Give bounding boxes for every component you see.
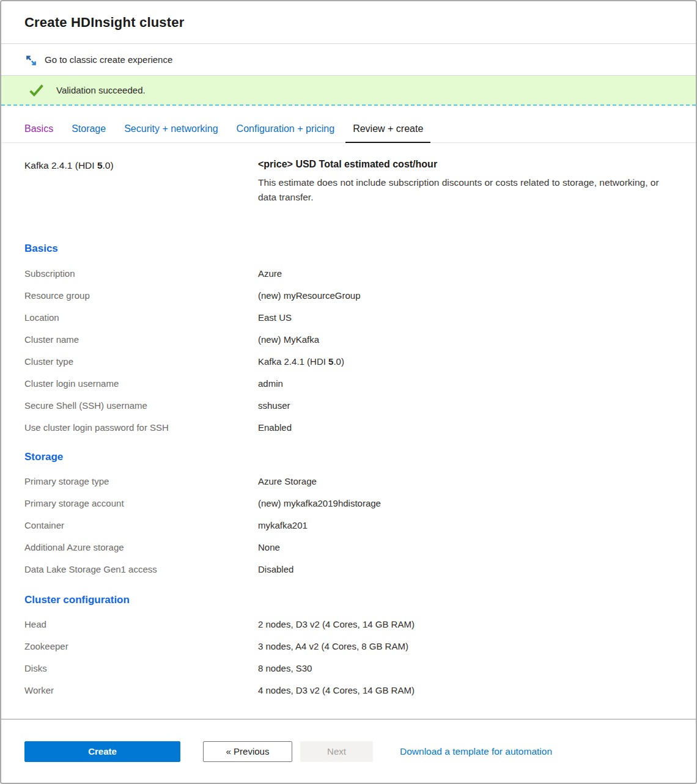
row-label: Resource group xyxy=(24,290,258,301)
create-button[interactable]: Create xyxy=(24,741,180,762)
validation-banner: Validation succeeded. xyxy=(1,76,696,106)
tab-security-networking[interactable]: Security + networking xyxy=(124,123,218,142)
row-label: Container xyxy=(24,520,258,530)
page-title: Create HDInsight cluster xyxy=(24,15,185,31)
row-value: Enabled xyxy=(258,422,673,433)
row-label: Subscription xyxy=(24,268,258,279)
table-row: Additional Azure storage None xyxy=(24,536,673,558)
row-value: Disabled xyxy=(258,564,673,574)
table-row: Location East US xyxy=(24,306,673,328)
storage-rows: Primary storage type Azure Storage Prima… xyxy=(24,470,673,580)
table-row: Cluster name (new) MyKafka xyxy=(24,328,673,350)
table-row: Disks 8 nodes, S30 xyxy=(24,657,673,679)
footer-action-bar: Create « Previous Next Download a templa… xyxy=(1,719,696,783)
row-label: Use cluster login password for SSH xyxy=(24,422,258,433)
row-label: Additional Azure storage xyxy=(24,542,258,552)
row-value: admin xyxy=(258,378,673,389)
cluster-version-summary: Kafka 2.4.1 (HDI 5.0) xyxy=(24,159,258,171)
tab-basics[interactable]: Basics xyxy=(24,123,53,142)
tab-configuration-pricing[interactable]: Configuration + pricing xyxy=(237,123,335,142)
row-value: mykafka201 xyxy=(258,520,673,530)
section-basics: Basics Subscription Azure Resource group… xyxy=(24,242,673,438)
row-value: 8 nodes, S30 xyxy=(258,663,673,673)
next-button[interactable]: Next xyxy=(300,741,373,762)
table-row: Use cluster login password for SSH Enabl… xyxy=(24,416,673,438)
cost-estimate-block: Kafka 2.4.1 (HDI 5.0) <price> USD Total … xyxy=(24,159,673,204)
row-value: Azure xyxy=(258,268,673,279)
table-row: Data Lake Storage Gen1 access Disabled xyxy=(24,558,673,580)
row-label: Location xyxy=(24,312,258,323)
section-heading-basics: Basics xyxy=(24,242,673,255)
row-label: Cluster type xyxy=(24,356,258,367)
tab-storage[interactable]: Storage xyxy=(72,123,106,142)
table-row: Zookeeper 3 nodes, A4 v2 (4 Cores, 8 GB … xyxy=(24,635,673,657)
row-value: (new) MyKafka xyxy=(258,334,673,345)
row-label: Primary storage type xyxy=(24,476,258,486)
tab-review-create[interactable]: Review + create xyxy=(345,123,430,143)
table-row: Resource group (new) myResourceGroup xyxy=(24,284,673,306)
row-label: Cluster login username xyxy=(24,378,258,389)
cluster-version-prefix: Kafka 2.4.1 (HDI xyxy=(24,160,97,170)
row-label: Zookeeper xyxy=(24,641,258,651)
basics-rows: Subscription Azure Resource group (new) … xyxy=(24,262,673,438)
cluster-type-prefix: Kafka 2.4.1 (HDI xyxy=(258,356,328,367)
checkmark-icon xyxy=(28,82,45,98)
row-label: Head xyxy=(24,619,258,629)
validation-message: Validation succeeded. xyxy=(56,85,146,95)
section-storage: Storage Primary storage type Azure Stora… xyxy=(24,450,673,580)
row-value: (new) mykafka2019hdistorage xyxy=(258,498,673,508)
section-heading-cluster-configuration: Cluster configuration xyxy=(24,593,673,606)
table-row: Cluster login username admin xyxy=(24,372,673,394)
row-value: None xyxy=(258,542,673,552)
download-template-link[interactable]: Download a template for automation xyxy=(400,746,552,757)
classic-create-bar: Go to classic create experience xyxy=(1,44,696,76)
table-row: Secure Shell (SSH) username sshuser xyxy=(24,394,673,416)
cluster-type-suffix: .0) xyxy=(333,356,344,367)
cluster-configuration-rows: Head 2 nodes, D3 v2 (4 Cores, 14 GB RAM)… xyxy=(24,613,673,701)
classic-create-link-label: Go to classic create experience xyxy=(45,54,172,65)
review-content: Kafka 2.4.1 (HDI 5.0) <price> USD Total … xyxy=(1,143,696,719)
row-label: Cluster name xyxy=(24,334,258,345)
cluster-version-suffix: .0) xyxy=(103,160,114,170)
row-value: (new) myResourceGroup xyxy=(258,290,673,301)
row-value: 2 nodes, D3 v2 (4 Cores, 14 GB RAM) xyxy=(258,619,673,629)
classic-create-link[interactable]: Go to classic create experience xyxy=(24,53,172,67)
row-value: Azure Storage xyxy=(258,476,673,486)
row-label: Worker xyxy=(24,685,258,695)
row-value: sshuser xyxy=(258,400,673,411)
table-row: Head 2 nodes, D3 v2 (4 Cores, 14 GB RAM) xyxy=(24,613,673,635)
row-label: Data Lake Storage Gen1 access xyxy=(24,564,258,574)
cluster-version-major: 5 xyxy=(97,160,103,170)
tab-bar: Basics Storage Security + networking Con… xyxy=(1,106,696,143)
row-label: Primary storage account xyxy=(24,498,258,508)
table-row: Primary storage account (new) mykafka201… xyxy=(24,492,673,514)
table-row: Primary storage type Azure Storage xyxy=(24,470,673,492)
row-value: 3 nodes, A4 v2 (4 Cores, 8 GB RAM) xyxy=(258,641,673,651)
table-row: Subscription Azure xyxy=(24,262,673,284)
section-cluster-configuration: Cluster configuration Head 2 nodes, D3 v… xyxy=(24,593,673,701)
price-block: <price> USD Total estimated cost/hour Th… xyxy=(258,159,673,204)
create-hdinsight-cluster-page: Create HDInsight cluster Go to classic c… xyxy=(0,0,697,784)
previous-button[interactable]: « Previous xyxy=(203,741,292,762)
section-heading-storage: Storage xyxy=(24,450,673,463)
switch-arrows-icon xyxy=(24,54,38,67)
table-row: Worker 4 nodes, D3 v2 (4 Cores, 14 GB RA… xyxy=(24,679,673,701)
row-value: East US xyxy=(258,312,673,323)
estimated-cost-heading: <price> USD Total estimated cost/hour xyxy=(258,159,673,170)
row-label: Disks xyxy=(24,663,258,673)
table-row: Cluster type Kafka 2.4.1 (HDI 5.0) xyxy=(24,350,673,372)
estimated-cost-description: This estimate does not include subscript… xyxy=(258,175,673,204)
page-header: Create HDInsight cluster xyxy=(1,1,696,44)
row-value: 4 nodes, D3 v2 (4 Cores, 14 GB RAM) xyxy=(258,685,673,695)
table-row: Container mykafka201 xyxy=(24,514,673,536)
row-label: Secure Shell (SSH) username xyxy=(24,400,258,411)
row-value: Kafka 2.4.1 (HDI 5.0) xyxy=(258,356,673,367)
